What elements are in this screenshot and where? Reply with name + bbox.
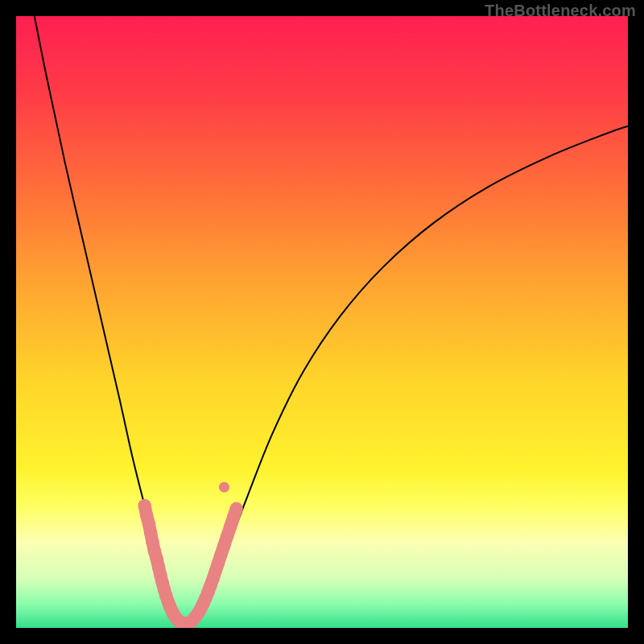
data-marker — [219, 482, 229, 493]
chart-frame: TheBottleneck.com — [0, 0, 644, 644]
data-marker — [230, 502, 243, 515]
chart-plot-area — [16, 16, 628, 628]
gradient-background — [16, 16, 628, 628]
